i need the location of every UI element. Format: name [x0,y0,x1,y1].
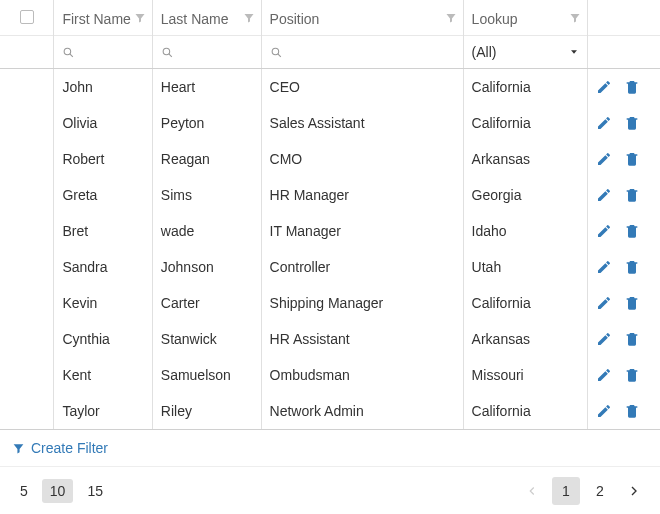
pager: 5 10 15 1 2 [0,467,660,514]
edit-icon[interactable] [596,151,612,167]
table-row[interactable]: RobertReaganCMOArkansas [0,141,660,177]
cell-lookup: California [463,285,587,321]
column-header-lookup[interactable]: Lookup [463,0,587,36]
cell-lookup: Utah [463,249,587,285]
select-all-checkbox[interactable] [20,10,34,24]
row-checkbox-cell[interactable] [0,321,54,357]
edit-icon[interactable] [596,295,612,311]
filter-cell-actions [587,36,660,69]
edit-icon[interactable] [596,187,612,203]
delete-icon[interactable] [624,259,640,275]
filter-input-last-name[interactable] [180,42,253,62]
cell-first-name: Cynthia [54,321,152,357]
delete-icon[interactable] [624,187,640,203]
cell-lookup: Georgia [463,177,587,213]
table-row[interactable]: CynthiaStanwickHR AssistantArkansas [0,321,660,357]
edit-icon[interactable] [596,403,612,419]
table-row[interactable]: BretwadeIT ManagerIdaho [0,213,660,249]
cell-first-name: John [54,69,152,106]
cell-last-name: Heart [152,69,261,106]
page-size-10[interactable]: 10 [42,479,74,503]
cell-lookup: California [463,393,587,430]
filter-cell-first-name[interactable] [54,36,152,69]
page-1-button[interactable]: 1 [552,477,580,505]
row-checkbox-cell[interactable] [0,393,54,430]
filter-input-first-name[interactable] [81,42,143,62]
column-header-last-name[interactable]: Last Name [152,0,261,36]
delete-icon[interactable] [624,151,640,167]
svg-point-0 [65,48,72,55]
header-checkbox-cell[interactable] [0,0,54,36]
row-checkbox-cell[interactable] [0,105,54,141]
cell-last-name: wade [152,213,261,249]
delete-icon[interactable] [624,223,640,239]
column-header-position[interactable]: Position [261,0,463,36]
delete-icon[interactable] [624,403,640,419]
delete-icon[interactable] [624,295,640,311]
edit-icon[interactable] [596,331,612,347]
filter-cell-position[interactable] [261,36,463,69]
delete-icon[interactable] [624,79,640,95]
row-checkbox-cell[interactable] [0,69,54,106]
lookup-select[interactable]: (All) [472,44,579,60]
edit-icon[interactable] [596,223,612,239]
delete-icon[interactable] [624,367,640,383]
search-icon [161,46,174,59]
table-row[interactable]: KevinCarterShipping ManagerCalifornia [0,285,660,321]
cell-lookup: Missouri [463,357,587,393]
cell-lookup: Idaho [463,213,587,249]
filter-cell-last-name[interactable] [152,36,261,69]
table-row[interactable]: OliviaPeytonSales AssistantCalifornia [0,105,660,141]
cell-position: HR Assistant [261,321,463,357]
cell-position: Sales Assistant [261,105,463,141]
row-checkbox-cell[interactable] [0,357,54,393]
filter-icon[interactable] [445,12,457,24]
filter-cell-lookup[interactable]: (All) [463,36,587,69]
page-2-button[interactable]: 2 [586,477,614,505]
column-header-actions [587,0,660,36]
delete-icon[interactable] [624,115,640,131]
prev-page-button[interactable] [518,477,546,505]
cell-first-name: Kevin [54,285,152,321]
edit-icon[interactable] [596,259,612,275]
cell-actions [587,105,660,141]
table-row[interactable]: GretaSimsHR ManagerGeorgia [0,177,660,213]
table-row[interactable]: SandraJohnsonControllerUtah [0,249,660,285]
row-checkbox-cell[interactable] [0,177,54,213]
cell-position: Shipping Manager [261,285,463,321]
grid-body: JohnHeartCEOCaliforniaOliviaPeytonSales … [0,69,660,430]
row-checkbox-cell[interactable] [0,285,54,321]
column-label: First Name [62,11,130,27]
cell-position: Network Admin [261,393,463,430]
row-checkbox-cell[interactable] [0,141,54,177]
table-row[interactable]: JohnHeartCEOCalifornia [0,69,660,106]
page-size-5[interactable]: 5 [12,479,36,503]
table-row[interactable]: KentSamuelsonOmbudsmanMissouri [0,357,660,393]
column-label: Lookup [472,11,518,27]
cell-actions [587,321,660,357]
filter-cell-empty [0,36,54,69]
filter-icon[interactable] [569,12,581,24]
row-checkbox-cell[interactable] [0,249,54,285]
edit-icon[interactable] [596,79,612,95]
cell-last-name: Riley [152,393,261,430]
filter-input-position[interactable] [289,42,455,62]
cell-position: CMO [261,141,463,177]
column-header-first-name[interactable]: First Name [54,0,152,36]
filter-icon[interactable] [243,12,255,24]
edit-icon[interactable] [596,115,612,131]
search-icon [62,46,75,59]
svg-line-1 [70,53,73,56]
page-size-15[interactable]: 15 [79,479,111,503]
cell-last-name: Johnson [152,249,261,285]
delete-icon[interactable] [624,331,640,347]
edit-icon[interactable] [596,367,612,383]
cell-lookup: California [463,69,587,106]
svg-point-4 [272,48,279,55]
create-filter-link[interactable]: Create Filter [0,430,660,467]
row-checkbox-cell[interactable] [0,213,54,249]
cell-first-name: Robert [54,141,152,177]
next-page-button[interactable] [620,477,648,505]
filter-icon[interactable] [134,12,146,24]
table-row[interactable]: TaylorRileyNetwork AdminCalifornia [0,393,660,430]
